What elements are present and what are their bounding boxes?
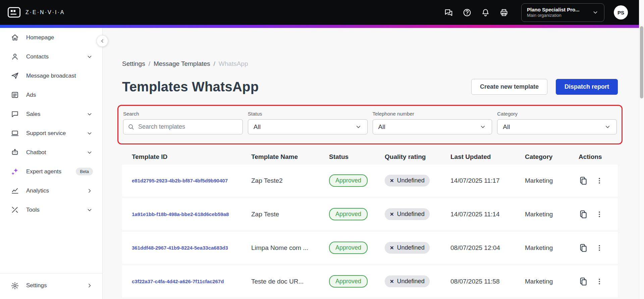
sidebar-item-support-service[interactable]: Support service <box>0 124 102 143</box>
topbar-right: Plano Specialist Pro... Main organizatio… <box>444 3 628 22</box>
sidebar-collapse-button[interactable] <box>97 35 108 47</box>
brand: Z·E·N·V·I·A <box>7 6 65 18</box>
kebab-menu-icon[interactable] <box>595 244 603 252</box>
header-status: Status <box>329 153 385 161</box>
sidebar-item-tools[interactable]: Tools <box>0 200 102 219</box>
category-value: Marketing <box>525 177 579 184</box>
dispatch-report-button[interactable]: Dispatch report <box>556 79 618 95</box>
x-icon: ✕ <box>390 178 394 184</box>
organization-selector[interactable]: Plano Specialist Pro... Main organizatio… <box>521 3 604 22</box>
sidebar-item-analytics[interactable]: Analytics <box>0 181 102 200</box>
x-icon: ✕ <box>390 211 394 217</box>
quality-rating-badge: ✕Undefined <box>385 175 430 186</box>
breadcrumb: Settings / Message Templates / WhatsApp <box>122 60 618 68</box>
sidebar-item-message-broadcast[interactable]: Message broadcast <box>0 66 102 85</box>
brand-text: Z·E·N·V·I·A <box>25 9 65 15</box>
send-icon <box>11 72 19 80</box>
template-id-link[interactable]: 361ddf48-2967-41b9-8224-5ea33ca683d3 <box>132 245 233 251</box>
zenvia-logo-icon <box>7 6 21 18</box>
sidebar-item-label: Support service <box>26 130 66 137</box>
avatar[interactable]: PS <box>614 5 628 19</box>
category-select[interactable]: All <box>497 119 617 134</box>
copy-icon[interactable] <box>579 277 588 286</box>
scrollbar-thumb[interactable] <box>640 26 643 98</box>
gear-icon <box>11 282 19 290</box>
contacts-icon <box>11 52 19 61</box>
scrollbar <box>639 0 644 299</box>
template-name: Zap Teste2 <box>251 177 329 184</box>
sidebar-item-label: Expert agents <box>26 168 61 175</box>
status-select[interactable]: All <box>248 119 368 134</box>
template-name: Zap Teste <box>251 211 329 218</box>
copy-icon[interactable] <box>579 176 588 185</box>
sidebar-bottom: Settings <box>0 273 102 299</box>
telephone-number-label: Telephone number <box>373 111 492 117</box>
category-value: Marketing <box>525 211 579 218</box>
sidebar-item-expert-agents[interactable]: Expert agentsBeta <box>0 162 102 181</box>
chevron-down-icon <box>479 123 486 130</box>
chevron-down-icon <box>592 9 599 16</box>
table-row: 361ddf48-2967-41b9-8224-5ea33ca683d3Limp… <box>122 232 618 264</box>
brand-gradient-bar <box>0 25 644 28</box>
organization-sub: Main organization <box>527 13 580 18</box>
breadcrumb-settings[interactable]: Settings <box>122 60 145 68</box>
create-new-template-button[interactable]: Create new template <box>471 79 547 95</box>
table-row: e81d2795-2923-4b2b-bf87-4bf5d9b90407Zap … <box>122 165 618 197</box>
template-id-link[interactable]: 1a91e1bb-f18b-498a-bbe2-618d6ceb59a8 <box>132 211 234 217</box>
search-input[interactable] <box>123 119 243 134</box>
kebab-menu-icon[interactable] <box>595 210 603 218</box>
quality-rating-badge: ✕Undefined <box>385 208 430 220</box>
sidebar-item-homepage[interactable]: Homepage <box>0 28 102 47</box>
home-icon <box>11 33 19 42</box>
header-quality-rating: Quality rating <box>385 153 450 161</box>
sidebar-item-contacts[interactable]: Contacts <box>0 47 102 66</box>
table-row: c3f22a37-c4fa-4d42-a626-7f11cfac267dTest… <box>122 265 618 297</box>
header-last-updated: Last Updated <box>450 153 525 161</box>
organization-name: Plano Specialist Pro... <box>527 7 580 13</box>
x-icon: ✕ <box>390 245 394 251</box>
chevron-down-icon <box>86 149 93 156</box>
chevron-down-icon <box>86 111 93 118</box>
beta-badge: Beta <box>76 168 93 175</box>
chevron-left-icon <box>99 38 105 44</box>
last-updated: 14/07/2025 11:17 <box>450 177 525 184</box>
telephone-number-select[interactable]: All <box>373 119 492 134</box>
filters-highlight-annotation: Search Status All Telephone number <box>117 105 623 144</box>
sidebar-item-label: Chatbot <box>26 149 46 156</box>
print-icon[interactable] <box>499 8 508 17</box>
sidebar-item-chatbot[interactable]: Chatbot <box>0 143 102 162</box>
chatbot-icon <box>11 148 19 157</box>
templates-table: Template ID Template Name Status Quality… <box>122 149 618 299</box>
ads-icon <box>11 91 19 99</box>
template-name: Teste de doc UR... <box>251 278 329 285</box>
sidebar-item-label: Analytics <box>26 187 49 194</box>
sidebar-item-ads[interactable]: Ads <box>0 85 102 104</box>
sidebar-item-label: Sales <box>26 111 41 118</box>
sidebar-item-label: Message broadcast <box>26 73 76 79</box>
sidebar: HomepageContactsMessage broadcastAdsSale… <box>0 28 103 299</box>
template-id-link[interactable]: c3f22a37-c4fa-4d42-a626-7f11cfac267d <box>132 279 229 284</box>
notifications-icon[interactable] <box>481 8 490 17</box>
status-approved-badge: Approved <box>329 242 368 254</box>
template-name: Limpa Nome com ... <box>251 244 329 252</box>
conversations-icon[interactable] <box>444 8 453 17</box>
quality-rating-label: Undefined <box>397 211 425 218</box>
kebab-menu-icon[interactable] <box>595 177 603 185</box>
search-icon <box>127 123 135 130</box>
quality-rating-label: Undefined <box>397 278 425 285</box>
sidebar-item-settings[interactable]: Settings <box>0 275 102 296</box>
copy-icon[interactable] <box>579 243 588 253</box>
sidebar-item-label: Settings <box>26 282 47 289</box>
sidebar-item-sales[interactable]: Sales <box>0 104 102 124</box>
breadcrumb-message-templates[interactable]: Message Templates <box>154 60 210 68</box>
sidebar-item-label: Contacts <box>26 53 49 60</box>
telephone-select-value: All <box>378 123 385 131</box>
copy-icon[interactable] <box>579 210 588 219</box>
tools-icon <box>11 206 19 214</box>
category-label: Category <box>497 111 617 117</box>
template-id-link[interactable]: e81d2795-2923-4b2b-bf87-4bf5d9b90407 <box>132 178 233 183</box>
last-updated: 14/07/2025 11:14 <box>450 211 525 218</box>
topbar: Z·E·N·V·I·A Plano Specialist Pro... Main… <box>0 0 644 25</box>
kebab-menu-icon[interactable] <box>595 277 603 286</box>
help-icon[interactable] <box>463 8 472 17</box>
